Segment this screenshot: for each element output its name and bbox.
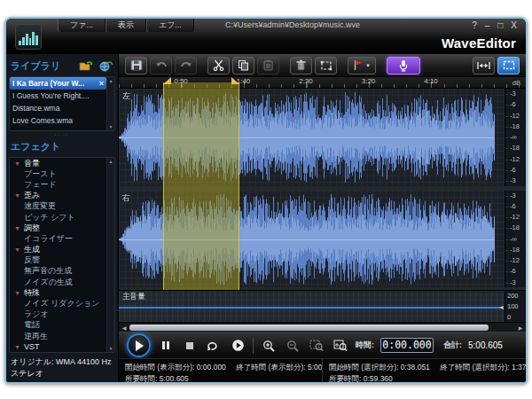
window-control-button[interactable]: ?	[472, 20, 477, 31]
menu-tab[interactable]: 表示	[106, 19, 146, 32]
scrollbar-thumb[interactable]	[129, 325, 489, 331]
pause-button[interactable]	[157, 338, 175, 354]
waveform-right[interactable]: 右	[119, 191, 505, 288]
zoom-selection-button[interactable]	[308, 338, 325, 354]
effect-item[interactable]: 音量	[10, 158, 106, 168]
zoom-out-button[interactable]	[284, 338, 301, 354]
close-icon[interactable]: ×	[97, 79, 104, 88]
db-tick-label: -3	[505, 192, 524, 200]
library-item[interactable]: I Guess You're Right.... ×	[10, 90, 106, 102]
current-time-display[interactable]: 0:00.000	[380, 338, 434, 353]
window-control-button[interactable]: X	[511, 20, 517, 31]
db-tick-label: -3	[505, 177, 524, 184]
window-controls: ?–□X	[472, 20, 517, 31]
waveform-left[interactable]: 左	[119, 89, 505, 186]
play-selection-button[interactable]	[229, 338, 246, 354]
db-tick-label: -18	[505, 145, 524, 152]
effect-item[interactable]: VST バージョン情...	[10, 352, 106, 353]
effect-item[interactable]: ピッチ シフト	[10, 212, 106, 223]
effect-item[interactable]: ラジオ	[10, 309, 106, 320]
effect-item[interactable]: 電話	[10, 320, 106, 331]
library-header: ライブラリ	[9, 57, 115, 76]
redo-button[interactable]	[175, 57, 197, 74]
file-format: オリジナル: WMA 44100 Hz	[11, 356, 113, 368]
effects-scrollbar[interactable]: ▲ ▼	[106, 158, 114, 352]
loop-button[interactable]	[205, 338, 223, 354]
effect-item[interactable]: ノイズの生成	[10, 277, 106, 287]
total-label: 合計:	[443, 340, 462, 351]
horizontal-scrollbar[interactable]: ◀ ▶	[119, 322, 526, 332]
marker-flag-button[interactable]: ▼	[348, 57, 376, 74]
effect-item[interactable]: 特殊	[10, 287, 106, 298]
scroll-left-icon[interactable]: ◀	[121, 325, 128, 331]
effect-item[interactable]: 速度変更	[10, 201, 106, 212]
record-mic-button[interactable]	[387, 57, 420, 74]
library-scrollbar[interactable]: ▲ ▼	[106, 77, 114, 130]
db-tick-label: -12	[505, 257, 524, 264]
menu-tab[interactable]: ファ...	[58, 19, 106, 32]
open-file-button[interactable]	[78, 60, 94, 73]
selection-start-time: 開始時間 (選択部分): 0:38.051	[329, 363, 430, 372]
library-item[interactable]: Distance.wma ×	[10, 102, 106, 114]
effects-list: 音量 ブースト フェード 歪み 速度変更 ピッチ シフト 調整	[10, 158, 106, 353]
zoom-in-button[interactable]	[260, 338, 278, 354]
scroll-down-icon[interactable]: ▼	[109, 123, 113, 130]
volume-handle-icon[interactable]: ◄	[498, 304, 505, 310]
effect-item[interactable]: 無声音の生成	[10, 266, 106, 277]
waveform-region: dB 0:501:402:303:204:10 左 -3-6-12-18-∞-1…	[119, 77, 526, 290]
effect-item[interactable]: フェード	[10, 179, 106, 190]
save-button[interactable]	[125, 57, 147, 74]
effect-item[interactable]: ブースト	[10, 168, 106, 179]
effects-title: エフェクト	[11, 140, 60, 153]
db-tick-label: -6	[505, 268, 524, 275]
main-area: ▼ dB 0:501:402:303:204:10	[119, 54, 526, 382]
effect-item[interactable]: イコライザー	[10, 233, 106, 244]
display-duration: 所要時間: 5:00.605	[125, 374, 189, 382]
db-tick-label: -6	[505, 101, 524, 108]
volume-envelope-line[interactable]	[119, 307, 503, 309]
effect-item[interactable]: 反響	[10, 255, 106, 266]
zoom-all-button[interactable]	[332, 338, 349, 354]
play-button[interactable]	[127, 333, 151, 357]
volume-envelope-area[interactable]: 主音量 ◄	[119, 291, 505, 322]
effect-item[interactable]: VST	[10, 341, 106, 352]
app-window: ファ...表示エフ... C:¥Users¥admin¥Desktop¥musi…	[4, 17, 528, 384]
effect-item[interactable]: 歪み	[10, 191, 106, 201]
channel-right-label: 右	[122, 192, 130, 204]
file-channels: ステレオ	[11, 368, 113, 379]
status-display-section: 開始時間 (表示部分): 0:00.000 終了時間 (表示部分): 5:00.…	[119, 359, 323, 382]
status-selection-section: 開始時間 (選択部分): 0:38.051 終了時間 (選択部分): 1:37.…	[323, 359, 526, 382]
volume-scale: 2001000	[505, 291, 526, 322]
fit-horizontal-button[interactable]	[473, 57, 495, 74]
channel-left: 左 -3-6-12-18-∞-18-12-6-3	[119, 89, 526, 191]
paste-button[interactable]	[257, 57, 279, 74]
trim-button[interactable]	[315, 57, 337, 74]
app-logo-icon	[15, 24, 42, 50]
selection-mode-button[interactable]	[497, 57, 520, 74]
effect-item[interactable]: ノイズ リダクション	[10, 298, 106, 309]
effect-item[interactable]: 生成	[10, 245, 106, 255]
scroll-up-icon[interactable]: ▲	[109, 77, 113, 84]
stop-button[interactable]	[181, 338, 199, 354]
library-item[interactable]: I Ka Barra (Your W... ×	[10, 77, 106, 90]
copy-button[interactable]	[232, 57, 254, 74]
timeline-ruler[interactable]: dB 0:501:402:303:204:10	[119, 77, 526, 89]
db-tick-label: -18	[505, 224, 524, 231]
scroll-down-icon[interactable]: ▼	[109, 345, 113, 352]
sidebar-splitter[interactable]: ∙∙∙∙	[9, 131, 115, 137]
effect-item[interactable]: 逆再生	[10, 331, 106, 341]
window-control-button[interactable]: □	[497, 20, 503, 31]
db-tick-label: -3	[505, 90, 524, 98]
cut-button[interactable]	[207, 57, 230, 74]
db-tick-label: -12	[505, 156, 524, 163]
scroll-up-icon[interactable]: ▲	[109, 158, 113, 165]
scroll-right-icon[interactable]: ▶	[517, 325, 524, 331]
channel-right: 右 -3-6-12-18-∞-18-12-6-3	[119, 191, 526, 291]
effect-item[interactable]: 調整	[10, 223, 106, 233]
channel-left-label: 左	[122, 90, 130, 102]
open-url-button[interactable]	[98, 60, 113, 73]
library-item[interactable]: Love Comes.wma ×	[10, 114, 106, 127]
undo-button[interactable]	[150, 57, 172, 74]
window-control-button[interactable]: –	[485, 20, 490, 31]
delete-button[interactable]	[290, 57, 312, 74]
